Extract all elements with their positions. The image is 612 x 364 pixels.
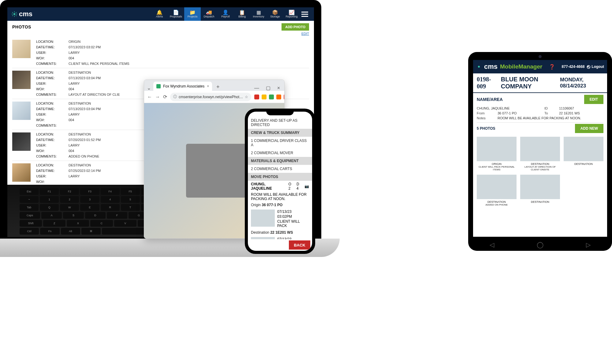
svg-rect-1: [14, 11, 15, 13]
photo-card[interactable]: DESTINATION LAYOUT AT DIRECTION OF CLIEN…: [520, 137, 560, 171]
crew-header: CREW & TRUCK SUMMARY: [248, 129, 312, 137]
url-text: cmsenterprise.foxwyn.net/p/viewPhot…: [179, 95, 243, 99]
photo-thumbnail: [477, 137, 517, 161]
svg-rect-8: [16, 15, 17, 16]
close-window-icon[interactable]: ×: [275, 85, 282, 91]
person-name: CHUNG, JAQUELINE: [477, 106, 542, 110]
reload-icon[interactable]: ⟳: [163, 94, 167, 100]
minimize-icon[interactable]: —: [252, 85, 262, 91]
cms-logo: cms: [12, 10, 32, 18]
dest-count: D 4: [297, 182, 302, 191]
edit-button[interactable]: EDIT: [584, 95, 603, 104]
svg-rect-4: [16, 14, 17, 14]
maximize-icon[interactable]: ▢: [263, 85, 273, 91]
photo-thumbnail[interactable]: [12, 40, 31, 58]
work-order-number: 0198-009: [477, 76, 497, 90]
proposals-icon: 📄: [173, 10, 179, 15]
extension-icon[interactable]: [262, 95, 267, 99]
photo-thumbnail: [564, 137, 603, 161]
extension-icon[interactable]: [276, 95, 281, 99]
extension-icon[interactable]: [284, 95, 285, 99]
extension-icon[interactable]: [269, 95, 274, 99]
camera-icon[interactable]: 📷: [304, 184, 309, 188]
move-photo-item[interactable]: 07/13/2303:02PMCLIENT WILL PACK: [248, 208, 312, 229]
nav-billing[interactable]: 📋Billing: [234, 7, 250, 21]
add-photo-button[interactable]: ADD PHOTO: [282, 23, 309, 31]
svg-rect-6: [16, 12, 17, 13]
projects-icon: 📁: [189, 10, 196, 15]
logout-icon: ⎋: [587, 64, 590, 70]
photo-card[interactable]: DESTINATION: [564, 137, 603, 171]
forward-icon[interactable]: →: [155, 94, 160, 100]
tablet-system-nav: ◁ ◯ ▷: [468, 241, 612, 248]
close-tab-icon[interactable]: ×: [207, 84, 209, 88]
support-phone: 877-424-4668: [562, 65, 585, 69]
add-new-button[interactable]: ADD NEW: [575, 124, 603, 133]
recent-icon[interactable]: ▷: [586, 241, 591, 248]
phone-notch: [266, 109, 294, 115]
help-icon[interactable]: ❓: [549, 64, 555, 70]
dispatch-icon: 🚚: [206, 10, 212, 15]
tab-title: Fox Wyndrum Associates: [163, 84, 204, 88]
app-name: MobileManager: [500, 63, 542, 70]
extension-icon[interactable]: [254, 95, 259, 99]
photo-thumbnail[interactable]: [12, 132, 31, 151]
new-tab-button[interactable]: +: [214, 83, 222, 91]
home-icon[interactable]: ◯: [537, 241, 543, 248]
star-icon[interactable]: ☆: [245, 95, 248, 99]
photo-thumbnail: [520, 137, 560, 161]
photo-thumbnail: [477, 175, 517, 199]
nav-proposals[interactable]: 📄Proposals: [168, 7, 184, 21]
back-button[interactable]: BACK: [289, 240, 310, 250]
svg-point-9: [478, 66, 480, 68]
photos-count: 5 PHOTOS: [477, 126, 495, 131]
photo-thumbnail: [251, 237, 275, 239]
site-info-icon[interactable]: ⓘ: [173, 94, 177, 99]
photo-thumbnail[interactable]: [12, 71, 31, 89]
svg-rect-3: [12, 14, 13, 14]
name-area-heading: NAME/AREA: [477, 97, 503, 102]
move-photos-header: MOVE PHOTOS: [248, 173, 312, 181]
browser-tab[interactable]: Fox Wyndrum Associates ×: [153, 82, 212, 91]
nav-reporting[interactable]: 📈Reporting: [283, 7, 300, 21]
crew-line: 1 COMMERCIAL DRIVER CLASS A: [248, 137, 312, 149]
inventory-icon: ▦: [256, 10, 261, 15]
billing-icon: 📋: [239, 10, 245, 15]
photo-thumbnail: [251, 210, 275, 227]
svg-rect-2: [14, 16, 15, 17]
room-note: ROOM WILL BE AVAILABLE FOR PACKING AT NO…: [248, 192, 312, 202]
photo-card[interactable]: DESTINATION ADDED ON PHONE: [477, 175, 517, 206]
logout-button[interactable]: ⎋ Logout: [587, 64, 604, 70]
edit-link[interactable]: EDIT: [12, 32, 309, 35]
nav-dispatch[interactable]: 🚚Dispatch: [201, 7, 217, 21]
back-icon[interactable]: ◁: [490, 241, 494, 248]
url-bar[interactable]: ⓘ cmsenterprise.foxwyn.net/p/viewPhot… ☆: [170, 93, 251, 101]
photo-thumbnail[interactable]: [12, 163, 31, 182]
photo-card[interactable]: DESTINATION: [520, 175, 560, 206]
photo-thumbnail[interactable]: [12, 102, 31, 120]
nav-inventory[interactable]: ▦Inventory: [250, 7, 267, 21]
photo-card[interactable]: ORIGIN CLIENT WILL PACK PERSONAL ITEMS: [477, 137, 517, 171]
reporting-icon: 📈: [289, 10, 295, 15]
back-icon[interactable]: ←: [147, 94, 152, 100]
payroll-icon: 👤: [222, 10, 229, 15]
tab-dropdown-icon[interactable]: ⌄: [146, 85, 151, 91]
nav-projects[interactable]: 📁Projects: [184, 7, 201, 21]
company-name: BLUE MOON COMPANY: [501, 76, 560, 90]
photo-thumbnail: [520, 175, 560, 199]
gear-icon: [12, 11, 17, 17]
nav-payroll[interactable]: 👤Payroll: [217, 7, 234, 21]
nav-storage[interactable]: 📦Storage: [267, 7, 283, 21]
material-line: 2 COMMERCIAL CARTS: [248, 165, 312, 173]
photos-heading: PHOTOS: [12, 24, 31, 29]
nav-alerts[interactable]: 🔔Alerts: [151, 7, 168, 21]
alerts-icon: 🔔: [156, 10, 162, 15]
favicon-icon: [156, 84, 161, 88]
crew-line: 2 COMMERCIAL MOVER: [248, 149, 312, 157]
materials-header: MATERIALS & EQUIPMENT: [248, 157, 312, 165]
photo-row: LOCATION:ORIGIN DATE/TIME:07/13/2023 03:…: [12, 37, 309, 68]
move-photo-item[interactable]: 07/13/2303:21PMLAYOUT AT DIRECTION OF: [248, 236, 312, 239]
hamburger-menu[interactable]: [300, 12, 310, 17]
svg-rect-7: [12, 15, 13, 16]
move-person: CHUNG, JAQUELINE: [251, 182, 286, 191]
